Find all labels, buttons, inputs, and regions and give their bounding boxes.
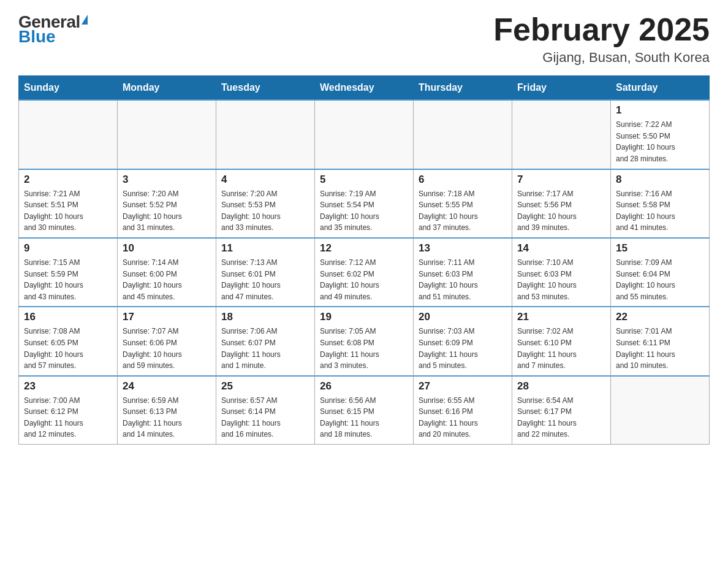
day-number: 21 (517, 311, 605, 323)
day-number: 5 (320, 174, 408, 186)
weekday-header-saturday: Saturday (611, 76, 710, 101)
weekday-header-wednesday: Wednesday (315, 76, 414, 101)
week-row-4: 16Sunrise: 7:08 AMSunset: 6:05 PMDayligh… (19, 307, 710, 375)
calendar-cell: 16Sunrise: 7:08 AMSunset: 6:05 PMDayligh… (19, 307, 118, 375)
weekday-header-row: SundayMondayTuesdayWednesdayThursdayFrid… (19, 76, 710, 101)
calendar-cell: 8Sunrise: 7:16 AMSunset: 5:58 PMDaylight… (611, 169, 710, 238)
day-number: 10 (123, 242, 211, 255)
calendar-cell (414, 100, 512, 169)
weekday-header-thursday: Thursday (414, 76, 512, 101)
day-number: 2 (24, 174, 112, 186)
day-number: 8 (616, 174, 704, 186)
weekday-header-friday: Friday (512, 76, 611, 101)
calendar-cell (315, 100, 414, 169)
day-info: Sunrise: 7:19 AMSunset: 5:54 PMDaylight:… (320, 188, 408, 234)
location-text: Gijang, Busan, South Korea (493, 50, 710, 66)
day-info: Sunrise: 7:08 AMSunset: 6:05 PMDaylight:… (24, 326, 112, 371)
day-number: 18 (221, 311, 309, 323)
calendar-cell: 26Sunrise: 6:56 AMSunset: 6:15 PMDayligh… (315, 376, 414, 445)
day-number: 22 (616, 311, 704, 323)
day-number: 4 (221, 174, 309, 186)
day-info: Sunrise: 6:59 AMSunset: 6:13 PMDaylight:… (123, 395, 211, 440)
calendar-cell: 12Sunrise: 7:12 AMSunset: 6:02 PMDayligh… (315, 238, 414, 307)
day-info: Sunrise: 6:55 AMSunset: 6:16 PMDaylight:… (419, 395, 507, 440)
day-number: 26 (320, 380, 408, 393)
weekday-header-monday: Monday (118, 76, 216, 101)
calendar-cell: 15Sunrise: 7:09 AMSunset: 6:04 PMDayligh… (611, 238, 710, 307)
day-info: Sunrise: 7:14 AMSunset: 6:00 PMDaylight:… (123, 257, 211, 302)
week-row-1: 1Sunrise: 7:22 AMSunset: 5:50 PMDaylight… (19, 100, 710, 169)
day-info: Sunrise: 7:11 AMSunset: 6:03 PMDaylight:… (419, 257, 507, 302)
day-info: Sunrise: 7:22 AMSunset: 5:50 PMDaylight:… (616, 119, 704, 164)
page-header: General Blue February 2025 Gijang, Busan… (18, 12, 710, 66)
day-info: Sunrise: 7:18 AMSunset: 5:55 PMDaylight:… (419, 188, 507, 234)
day-info: Sunrise: 7:00 AMSunset: 6:12 PMDaylight:… (24, 395, 112, 440)
logo-triangle-icon (82, 15, 88, 25)
calendar-cell: 1Sunrise: 7:22 AMSunset: 5:50 PMDaylight… (611, 100, 710, 169)
day-number: 16 (24, 311, 112, 323)
weekday-header-tuesday: Tuesday (216, 76, 315, 101)
day-number: 28 (517, 380, 605, 393)
day-number: 7 (517, 174, 605, 186)
day-number: 12 (320, 242, 408, 255)
day-info: Sunrise: 7:15 AMSunset: 5:59 PMDaylight:… (24, 257, 112, 302)
day-info: Sunrise: 7:03 AMSunset: 6:09 PMDaylight:… (419, 326, 507, 371)
week-row-2: 2Sunrise: 7:21 AMSunset: 5:51 PMDaylight… (19, 169, 710, 238)
day-info: Sunrise: 7:13 AMSunset: 6:01 PMDaylight:… (221, 257, 309, 302)
calendar-cell: 20Sunrise: 7:03 AMSunset: 6:09 PMDayligh… (414, 307, 512, 375)
calendar-cell: 7Sunrise: 7:17 AMSunset: 5:56 PMDaylight… (512, 169, 611, 238)
day-number: 23 (24, 380, 112, 393)
day-number: 14 (517, 242, 605, 255)
day-info: Sunrise: 7:20 AMSunset: 5:52 PMDaylight:… (123, 188, 211, 234)
calendar-cell: 27Sunrise: 6:55 AMSunset: 6:16 PMDayligh… (414, 376, 512, 445)
calendar-cell: 2Sunrise: 7:21 AMSunset: 5:51 PMDaylight… (19, 169, 118, 238)
title-block: February 2025 Gijang, Busan, South Korea (493, 12, 710, 66)
calendar-cell: 9Sunrise: 7:15 AMSunset: 5:59 PMDaylight… (19, 238, 118, 307)
calendar-cell: 21Sunrise: 7:02 AMSunset: 6:10 PMDayligh… (512, 307, 611, 375)
day-info: Sunrise: 7:17 AMSunset: 5:56 PMDaylight:… (517, 188, 605, 234)
day-number: 25 (221, 380, 309, 393)
calendar-cell: 19Sunrise: 7:05 AMSunset: 6:08 PMDayligh… (315, 307, 414, 375)
day-info: Sunrise: 7:09 AMSunset: 6:04 PMDaylight:… (616, 257, 704, 302)
calendar-cell: 17Sunrise: 7:07 AMSunset: 6:06 PMDayligh… (118, 307, 216, 375)
day-number: 20 (419, 311, 507, 323)
calendar-cell: 11Sunrise: 7:13 AMSunset: 6:01 PMDayligh… (216, 238, 315, 307)
week-row-5: 23Sunrise: 7:00 AMSunset: 6:12 PMDayligh… (19, 376, 710, 445)
calendar-cell (19, 100, 118, 169)
calendar-cell: 13Sunrise: 7:11 AMSunset: 6:03 PMDayligh… (414, 238, 512, 307)
day-number: 1 (616, 104, 704, 117)
day-info: Sunrise: 6:54 AMSunset: 6:17 PMDaylight:… (517, 395, 605, 440)
day-info: Sunrise: 7:07 AMSunset: 6:06 PMDaylight:… (123, 326, 211, 371)
day-number: 19 (320, 311, 408, 323)
calendar-cell: 25Sunrise: 6:57 AMSunset: 6:14 PMDayligh… (216, 376, 315, 445)
calendar-cell: 14Sunrise: 7:10 AMSunset: 6:03 PMDayligh… (512, 238, 611, 307)
day-info: Sunrise: 7:20 AMSunset: 5:53 PMDaylight:… (221, 188, 309, 234)
calendar-cell: 24Sunrise: 6:59 AMSunset: 6:13 PMDayligh… (118, 376, 216, 445)
day-number: 3 (123, 174, 211, 186)
calendar-cell (512, 100, 611, 169)
month-title: February 2025 (493, 12, 710, 47)
day-info: Sunrise: 7:12 AMSunset: 6:02 PMDaylight:… (320, 257, 408, 302)
calendar-cell (216, 100, 315, 169)
day-number: 13 (419, 242, 507, 255)
day-info: Sunrise: 7:10 AMSunset: 6:03 PMDaylight:… (517, 257, 605, 302)
calendar-cell (118, 100, 216, 169)
day-info: Sunrise: 7:01 AMSunset: 6:11 PMDaylight:… (616, 326, 704, 371)
day-number: 15 (616, 242, 704, 255)
calendar-cell: 3Sunrise: 7:20 AMSunset: 5:52 PMDaylight… (118, 169, 216, 238)
day-number: 6 (419, 174, 507, 186)
day-number: 9 (24, 242, 112, 255)
calendar-cell: 18Sunrise: 7:06 AMSunset: 6:07 PMDayligh… (216, 307, 315, 375)
calendar-cell: 22Sunrise: 7:01 AMSunset: 6:11 PMDayligh… (611, 307, 710, 375)
calendar-cell: 6Sunrise: 7:18 AMSunset: 5:55 PMDaylight… (414, 169, 512, 238)
calendar-cell: 23Sunrise: 7:00 AMSunset: 6:12 PMDayligh… (19, 376, 118, 445)
calendar-cell: 4Sunrise: 7:20 AMSunset: 5:53 PMDaylight… (216, 169, 315, 238)
logo-blue-text: Blue (18, 27, 56, 47)
calendar-cell: 10Sunrise: 7:14 AMSunset: 6:00 PMDayligh… (118, 238, 216, 307)
calendar-cell: 28Sunrise: 6:54 AMSunset: 6:17 PMDayligh… (512, 376, 611, 445)
day-info: Sunrise: 7:21 AMSunset: 5:51 PMDaylight:… (24, 188, 112, 234)
calendar-cell (611, 376, 710, 445)
logo: General Blue (18, 12, 88, 47)
day-number: 17 (123, 311, 211, 323)
day-info: Sunrise: 6:57 AMSunset: 6:14 PMDaylight:… (221, 395, 309, 440)
